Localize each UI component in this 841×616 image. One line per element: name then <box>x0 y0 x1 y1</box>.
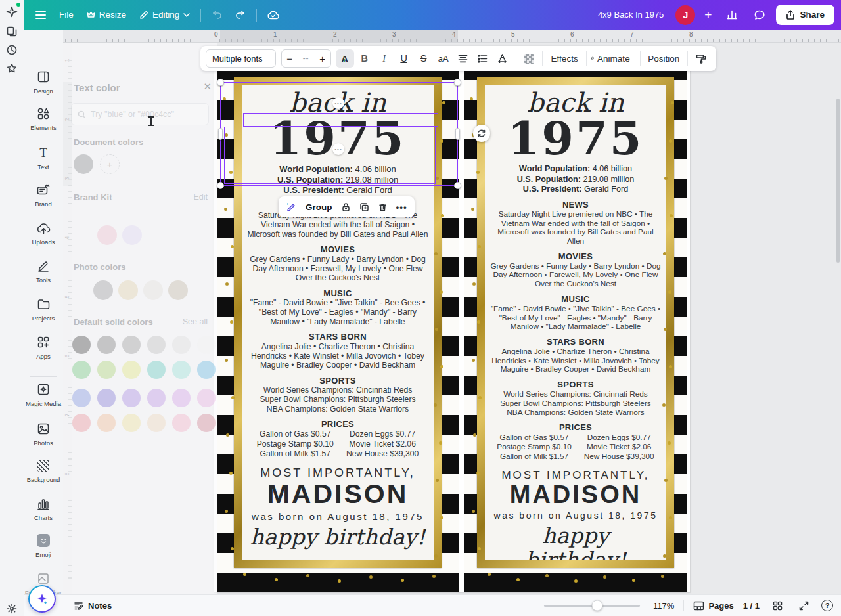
sidebar-item-uploads[interactable]: Uploads <box>24 220 63 246</box>
sidebar-item-apps[interactable]: Apps <box>24 334 63 360</box>
brand-kit-edit-link[interactable]: Edit <box>193 192 208 202</box>
effects-button[interactable]: Effects <box>547 49 582 68</box>
poster-born-line[interactable]: was born on August 18, 1975 <box>247 511 428 522</box>
sidebar-item-brand[interactable]: Brand <box>24 182 63 208</box>
canva-logo-button[interactable] <box>4 4 20 20</box>
poster-section-music[interactable]: MUSIC"Fame" - David Bowie • "Jive Talkin… <box>247 288 428 327</box>
poster-section-prices[interactable]: PRICES Gallon of Gas $0.57 Postage Stamp… <box>490 422 661 462</box>
poster-most-importantly[interactable]: MOST IMPORTANTLY, <box>247 466 428 480</box>
italic-button[interactable]: I <box>375 49 394 68</box>
color-swatch[interactable] <box>72 389 91 407</box>
color-swatch[interactable] <box>147 361 166 379</box>
pages-button[interactable]: Pages <box>693 601 733 611</box>
templates-button[interactable] <box>4 24 20 39</box>
element-center-handle[interactable]: ••• <box>332 97 344 109</box>
poster-right[interactable]: back in 1975 World Population: 4.06 bill… <box>464 71 687 592</box>
color-swatch[interactable] <box>97 414 116 432</box>
color-swatch[interactable] <box>172 336 191 354</box>
menu-button[interactable] <box>29 11 53 20</box>
color-swatch[interactable] <box>197 336 216 354</box>
sidebar-item-charts[interactable]: Charts <box>24 496 63 521</box>
font-size-value[interactable]: -- <box>298 54 315 63</box>
group-button[interactable]: Group <box>304 202 334 212</box>
sidebar-item-magic-media[interactable]: Magic Media <box>24 382 63 407</box>
delete-button[interactable] <box>376 202 389 212</box>
poster-section-movies[interactable]: MOVIESGrey Gardens • Funny Lady • Barry … <box>490 252 661 289</box>
zoom-level[interactable]: 117% <box>649 601 674 611</box>
redo-button[interactable] <box>229 7 252 24</box>
color-swatch[interactable] <box>97 389 116 407</box>
poster-section-sports[interactable]: SPORTS World Series Champions: Cincinnat… <box>490 380 661 417</box>
recent-button[interactable] <box>4 42 20 58</box>
color-swatch[interactable] <box>122 225 142 245</box>
cloud-save-status[interactable] <box>261 7 286 24</box>
list-button[interactable] <box>474 49 492 68</box>
font-size-decrease[interactable]: − <box>282 53 298 64</box>
sidebar-item-background[interactable]: Background <box>24 458 63 483</box>
fullscreen-button[interactable] <box>795 596 812 615</box>
sidebar-item-emoji[interactable]: Emoji <box>24 533 63 558</box>
resize-handle-bottom-right[interactable] <box>454 182 461 189</box>
poster-born-line[interactable]: was born on August 18, 1975 <box>490 510 661 521</box>
help-button[interactable]: ? <box>821 600 833 611</box>
poster-closing-script[interactable]: happy birthday! <box>247 525 428 549</box>
color-swatch[interactable] <box>197 414 216 432</box>
canvas-scrollbar[interactable] <box>836 99 840 263</box>
sidebar-item-projects[interactable]: Projects <box>24 296 63 322</box>
duplicate-button[interactable] <box>358 202 371 212</box>
zoom-slider[interactable] <box>544 605 640 607</box>
element-center-handle[interactable]: ••• <box>332 143 344 155</box>
color-swatch[interactable] <box>97 336 116 354</box>
file-menu[interactable]: File <box>53 6 80 24</box>
color-swatch[interactable] <box>72 336 91 354</box>
color-swatch[interactable] <box>93 280 113 300</box>
panel-close-button[interactable]: ✕ <box>203 81 212 93</box>
poster-most-importantly[interactable]: MOST IMPORTANTLY, <box>490 469 661 482</box>
font-family-selector[interactable]: Multiple fonts <box>206 49 276 68</box>
resize-handle-right[interactable] <box>455 128 460 140</box>
sidebar-item-design[interactable]: Design <box>24 69 63 95</box>
poster-closing-script[interactable]: happy birthday! <box>490 524 661 560</box>
poster-section-stars[interactable]: STARS BORNAngelina Jolie • Charlize Ther… <box>490 337 661 374</box>
color-swatch[interactable] <box>122 414 141 432</box>
poster-section-stars[interactable]: STARS BORNAngelina Jolie • Charlize Ther… <box>247 332 428 370</box>
color-swatch[interactable] <box>97 361 116 379</box>
grid-view-button[interactable] <box>769 596 786 615</box>
see-all-link[interactable]: See all <box>183 317 208 326</box>
color-swatch[interactable] <box>172 361 191 379</box>
poster-stats[interactable]: World Population: 4.06 billion U.S. Popu… <box>247 164 428 196</box>
magic-edit-button[interactable] <box>284 202 298 213</box>
add-color-button[interactable]: + <box>100 154 120 174</box>
sidebar-item-photos[interactable]: Photos <box>24 421 63 447</box>
text-case-button[interactable]: aA <box>434 49 453 68</box>
color-swatch[interactable] <box>122 389 141 407</box>
poster-section-music[interactable]: MUSIC"Fame" - David Bowie • "Jive Talkin… <box>490 294 661 332</box>
color-search-input[interactable]: Try "blue" or "#00c4cc" <box>71 103 209 125</box>
resize-handle-top-left[interactable] <box>217 79 224 86</box>
color-swatch[interactable] <box>97 225 117 245</box>
bold-button[interactable]: B <box>355 49 374 68</box>
add-member-button[interactable]: + <box>700 8 716 22</box>
poster-name[interactable]: MADISON <box>490 482 661 508</box>
color-swatch[interactable] <box>118 280 138 300</box>
lock-button[interactable] <box>340 202 352 212</box>
poster-stats[interactable]: World Population: 4.06 billion U.S. Popu… <box>490 164 661 194</box>
poster-section-sports[interactable]: SPORTS World Series Champions: Cincinnat… <box>247 376 428 414</box>
magic-assistant-button[interactable] <box>28 585 56 613</box>
insights-button[interactable] <box>721 5 743 25</box>
sidebar-item-elements[interactable]: Elements <box>24 106 63 131</box>
color-swatch[interactable] <box>143 280 163 300</box>
rotate-handle[interactable] <box>473 125 490 142</box>
undo-button[interactable] <box>205 7 229 24</box>
color-swatch[interactable] <box>168 280 188 300</box>
font-size-increase[interactable]: + <box>315 53 330 64</box>
underline-button[interactable]: U <box>395 49 413 68</box>
design-page[interactable]: back in 1975 World Population: 4.06 bill… <box>214 60 690 592</box>
poster-section-movies[interactable]: MOVIESGrey Gardens • Funny Lady • Barry … <box>247 244 428 283</box>
comments-button[interactable] <box>748 5 771 25</box>
notes-button[interactable]: Notes <box>74 601 112 611</box>
more-options-button[interactable]: ••• <box>395 202 409 212</box>
color-swatch[interactable] <box>122 336 141 354</box>
color-swatch[interactable] <box>147 414 166 432</box>
poster-title-year[interactable]: 1975 <box>490 118 661 160</box>
